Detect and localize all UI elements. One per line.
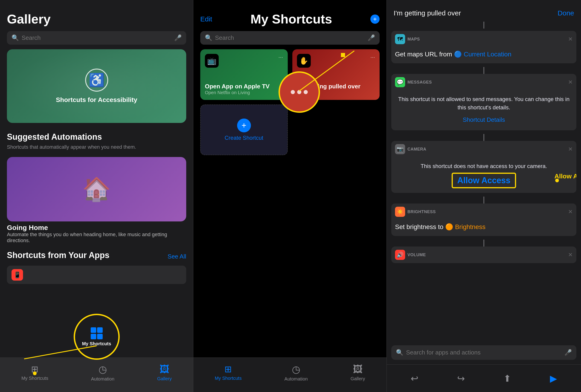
tab-automation-label: Automation	[91, 376, 114, 382]
mic-icon[interactable]: 🎤	[174, 34, 182, 42]
from-apps-header: Shortcuts from Your Apps See All	[7, 250, 186, 262]
maps-get-text: Get maps URL from	[395, 51, 452, 58]
brightness-label: BRIGHTNESS	[408, 210, 436, 214]
detail-search-bar[interactable]: 🔍 🎤	[391, 345, 576, 360]
suggested-subtitle: Shortcuts that automatically appear when…	[7, 144, 186, 150]
gallery-panel: Gallery 🔍 🎤 ♿ Shortcuts for Accessibilit…	[0, 0, 193, 392]
volume-close-btn[interactable]: ✕	[568, 252, 573, 258]
brightness-set-text: Set brightness to	[395, 223, 443, 230]
brightness-action-block: ☀️ BRIGHTNESS ✕ Set brightness to 🟠 Brig…	[391, 204, 576, 236]
dot-1	[291, 90, 295, 94]
dot-3	[304, 90, 308, 94]
accessibility-card[interactable]: ♿ Shortcuts for Accessibility	[7, 49, 186, 123]
volume-action-header: 🔊 VOLUME ✕	[391, 246, 576, 263]
grid-sq-3	[91, 334, 96, 339]
connector-1	[484, 67, 484, 74]
brightness-action-body: Set brightness to 🟠 Brightness	[391, 220, 576, 236]
maps-action-body: Get maps URL from 🔵 Current Location	[391, 48, 576, 63]
going-home-card[interactable]: 🏠	[7, 157, 186, 222]
play-button[interactable]: ▶	[550, 373, 557, 384]
messages-label: MESSAGES	[408, 80, 432, 85]
my-shortcuts-header: Edit My Shortcuts +	[193, 0, 386, 29]
see-all-link[interactable]: See All	[168, 253, 186, 260]
create-shortcut-card[interactable]: + Create Shortcut	[200, 104, 288, 155]
hand-icon: ✋	[297, 54, 311, 68]
camera-action-icon: 📷	[395, 144, 405, 154]
brightness-main-text: Set brightness to 🟠 Brightness	[395, 223, 486, 230]
search-icon: 🔍	[12, 34, 19, 42]
maps-action-header: 🗺 MAPS ✕	[391, 31, 576, 48]
pulled-card-menu-dots[interactable]: ···	[370, 54, 375, 60]
detail-done-button[interactable]: Done	[558, 9, 574, 17]
from-apps-title: Shortcuts from Your Apps	[7, 250, 109, 260]
tab-automation[interactable]: ◷ Automation	[91, 364, 114, 382]
my-shortcuts-circle-label: My Shortcuts	[82, 341, 111, 346]
my-shortcuts-panel: Edit My Shortcuts + 🔍 🎤 📺 ··· Open App o…	[193, 0, 387, 392]
shortcuts-search-bar[interactable]: 🔍 🎤	[200, 31, 380, 45]
brightness-close-btn[interactable]: ✕	[568, 208, 573, 215]
connector-4	[484, 240, 484, 246]
shortcuts-tab-my-shortcuts[interactable]: ⊞ My Shortcuts	[215, 364, 242, 381]
automation-tab-icon: ◷	[98, 364, 107, 375]
volume-label: VOLUME	[408, 252, 426, 257]
maps-action-block: 🗺 MAPS ✕ Get maps URL from 🔵 Current Loc…	[391, 31, 576, 63]
messages-action-header: 💬 MESSAGES ✕	[391, 74, 576, 90]
camera-action-header: 📷 CAMERA ✕	[391, 141, 576, 158]
shortcuts-tab-automation[interactable]: ◷ Automation	[284, 364, 308, 382]
share-button[interactable]: ⬆	[504, 373, 511, 384]
apps-row: 📱	[7, 266, 186, 284]
app-icon-small: 📱	[12, 269, 23, 280]
tab-gallery[interactable]: 🖼 Gallery	[157, 364, 172, 382]
gallery-tab-icon: 🖼	[160, 364, 169, 375]
detail-mic-icon[interactable]: 🎤	[564, 349, 572, 356]
shortcut-details-link[interactable]: Shortcut Details	[395, 114, 573, 126]
shortcuts-gallery-icon: 🖼	[353, 364, 362, 375]
gallery-search-input[interactable]	[22, 34, 172, 42]
camera-close-btn[interactable]: ✕	[568, 146, 573, 152]
shortcuts-mic-icon[interactable]: 🎤	[368, 34, 375, 42]
current-loc-link[interactable]: 🔵 Current Location	[454, 51, 512, 58]
messages-action-block: 💬 MESSAGES ✕ This shortcut is not allowe…	[391, 74, 576, 130]
from-apps-section: Shortcuts from Your Apps See All 📱	[7, 250, 186, 284]
shortcuts-gallery-label: Gallery	[350, 376, 365, 382]
detail-search-input[interactable]	[406, 349, 562, 356]
messages-close-btn[interactable]: ✕	[568, 79, 573, 86]
camera-action-body: This shortcut does not have access to yo…	[391, 158, 576, 193]
suggested-title: Suggested Automations	[7, 132, 186, 142]
grid-icon-annotation	[91, 327, 103, 339]
my-shortcuts-circle-annotation: My Shortcuts	[74, 314, 120, 360]
shortcuts-search-input[interactable]	[215, 34, 365, 42]
tab-my-shortcuts[interactable]: ⊞ My Shortcuts	[22, 364, 48, 381]
shortcuts-search-icon: 🔍	[205, 34, 212, 42]
shortcuts-tab-icon: ⊞	[224, 364, 232, 374]
tab-gallery-label: Gallery	[157, 376, 172, 382]
brightness-action-header: ☀️ BRIGHTNESS ✕	[391, 204, 576, 220]
apple-tv-shortcut-card[interactable]: 📺 ··· Open App on Apple TV Open Netflix …	[200, 49, 288, 100]
grid-sq-4	[97, 334, 103, 339]
messages-action-body: This shortcut is not allowed to send mes…	[391, 90, 576, 130]
shortcuts-tab-gallery[interactable]: 🖼 Gallery	[350, 364, 365, 382]
feature-card-title: Shortcuts for Accessibility	[56, 96, 138, 104]
shortcuts-auto-icon: ◷	[292, 364, 300, 375]
suggested-section: Suggested Automations Shortcuts that aut…	[7, 132, 186, 244]
camera-action-block: 📷 CAMERA ✕ This shortcut does not have a…	[391, 141, 576, 193]
dot-2	[297, 90, 301, 94]
tv-card-menu-dots[interactable]: ···	[278, 54, 283, 60]
add-shortcut-button[interactable]: +	[370, 14, 380, 24]
brightness-val-link[interactable]: 🟠 Brightness	[445, 223, 486, 230]
accessibility-circle-icon: ♿	[85, 68, 108, 92]
going-home-title: Going Home	[7, 224, 186, 232]
allow-access-button[interactable]: Allow Access	[458, 173, 510, 187]
house-icon: 🏠	[82, 176, 111, 203]
edit-button[interactable]: Edit	[200, 15, 212, 23]
gallery-search-bar[interactable]: 🔍 🎤	[7, 31, 186, 45]
create-shortcut-label: Create Shortcut	[225, 135, 263, 141]
undo-button[interactable]: ↩	[411, 373, 418, 384]
detail-content-scroll[interactable]: 🗺 MAPS ✕ Get maps URL from 🔵 Current Loc…	[387, 31, 581, 345]
redo-button[interactable]: ↪	[457, 373, 465, 384]
volume-action-icon: 🔊	[395, 250, 405, 260]
grid-sq-1	[91, 327, 96, 333]
detail-panel: I'm getting pulled over Done 🗺 MAPS ✕ Ge…	[387, 0, 581, 392]
maps-close-btn[interactable]: ✕	[568, 36, 573, 42]
messages-description: This shortcut is not allowed to send mes…	[395, 93, 573, 114]
